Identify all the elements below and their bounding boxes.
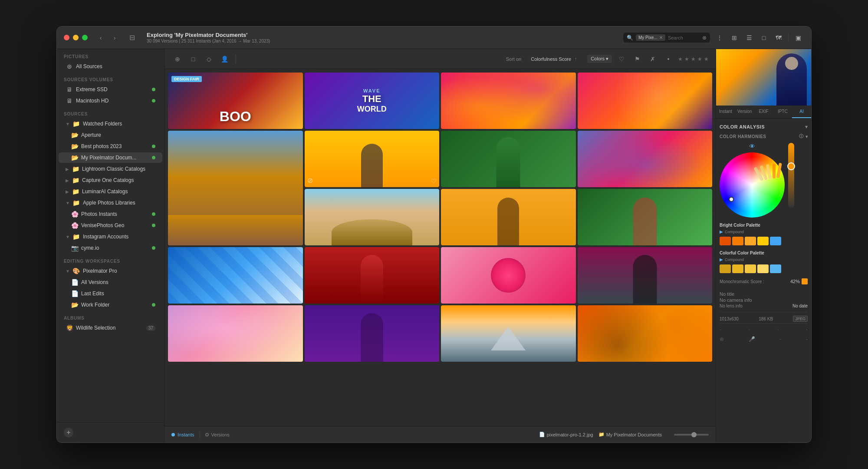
sidebar-item-aperture[interactable]: 📂 Aperture	[59, 130, 162, 140]
sidebar-item-capture-one[interactable]: ▶ 📁 Capture One Catalogs	[59, 175, 162, 185]
sidebar-item-instagram[interactable]: ▼ 📁 Instagram Accounts	[59, 231, 162, 242]
colorful-swatch-4[interactable]	[757, 264, 769, 273]
sidebar-item-best-photos[interactable]: 📂 Best photos 2023	[59, 141, 162, 152]
sort-arrows-icon[interactable]: ↑	[575, 56, 577, 61]
grid-view-icon[interactable]: ⊞	[728, 32, 740, 44]
eye-icon[interactable]: 👁	[749, 143, 755, 150]
photo-cell-desert[interactable]	[168, 131, 303, 245]
instants-tab[interactable]: Instants	[171, 432, 194, 437]
fullscreen-button[interactable]	[82, 35, 88, 40]
color-wheel[interactable]	[720, 152, 785, 218]
photo-cell-4[interactable]	[578, 73, 713, 129]
sidebar-item-venise-geo[interactable]: 🌸 VenisePhotos Geo	[59, 220, 162, 231]
sidebar-item-macintosh-hd[interactable]: 🖥 Macintosh HD	[59, 96, 162, 106]
square-icon[interactable]: □	[187, 53, 199, 65]
versions-tab[interactable]: Versions	[205, 432, 230, 437]
back-button[interactable]: ‹	[95, 33, 107, 43]
photo-cell-green-action[interactable]	[578, 189, 713, 245]
brightness-thumb[interactable]	[787, 162, 795, 170]
section-collapse-button[interactable]: ▾	[805, 124, 808, 130]
bright-swatch-3[interactable]	[745, 237, 756, 245]
forward-button[interactable]: ›	[108, 33, 121, 43]
harmonies-info-icon[interactable]: ⓘ	[799, 133, 804, 139]
sidebar-item-extreme-ssd[interactable]: 🖥 Extreme SSD	[59, 84, 162, 95]
sidebar-item-lightroom[interactable]: ▶ 📁 Lightroom Classic Catalogs	[59, 164, 162, 174]
photo-cell-dark-woman[interactable]	[578, 247, 713, 304]
sidebar-item-wildlife[interactable]: 🦁 Wildlife Selection 37	[59, 323, 162, 333]
sidebar-item-pixelmator[interactable]: ▼ 🎨 Pixelmator Pro	[59, 266, 162, 276]
map-view-icon[interactable]: 🗺	[773, 32, 785, 44]
photo-cell-2[interactable]: WAVE THE WORLD	[305, 73, 440, 129]
compare-view-icon[interactable]: □	[758, 32, 770, 44]
person-icon[interactable]: 👤	[218, 53, 230, 65]
sidebar-item-all-versions[interactable]: 📄 All Versions	[59, 277, 162, 287]
heart-icon[interactable]: ♡	[615, 53, 628, 65]
tab-iptc[interactable]: IPTC	[773, 106, 792, 118]
colorful-swatch-3[interactable]	[745, 264, 756, 273]
footer-icon-mic[interactable]: 🎤	[749, 336, 755, 342]
sidebar-item-last-edits[interactable]: 📄 Last Edits	[59, 288, 162, 299]
tab-version[interactable]: Version	[735, 106, 754, 118]
inspector-toggle-icon[interactable]: ▣	[792, 32, 804, 44]
sidebar-item-apple-photos[interactable]: ▼ 📁 Apple Photos Libraries	[59, 198, 162, 208]
bright-swatch-5[interactable]	[770, 237, 781, 245]
search-bar[interactable]: 🔍 My Pixe... ✕ Search ⊗	[623, 33, 710, 43]
photo-cell-green-woman[interactable]	[441, 131, 576, 187]
zoom-slider[interactable]	[674, 434, 709, 436]
colors-filter-button[interactable]: Colors ▾	[587, 55, 612, 63]
star-1[interactable]: ★	[678, 56, 683, 62]
search-clear-button[interactable]: ⊗	[702, 35, 707, 41]
photo-cell-1[interactable]: DESIGN FAIR BOO	[168, 73, 303, 129]
colorful-swatch-1[interactable]	[720, 264, 731, 273]
tab-instant[interactable]: Instant	[716, 106, 735, 118]
sidebar-item-cyme[interactable]: 📷 cyme.io	[59, 243, 162, 253]
star-5[interactable]: ★	[704, 56, 709, 62]
photo-heart-yellow[interactable]: ♡	[431, 178, 437, 185]
sidebar-toggle-button[interactable]: ⊟	[126, 33, 138, 43]
tag-icon[interactable]: ◇	[203, 53, 215, 65]
colorful-swatch-2[interactable]	[732, 264, 743, 273]
photo-cell-mountain[interactable]	[441, 305, 576, 362]
bright-swatch-2[interactable]	[732, 237, 743, 245]
photo-cell-yellow-man[interactable]: ⊘ ♡	[305, 131, 440, 187]
footer-icon-1[interactable]: ⊕	[720, 336, 724, 342]
photo-cell-blue-pattern[interactable]	[168, 247, 303, 304]
list-view-icon[interactable]: ☰	[743, 32, 755, 44]
sort-field[interactable]: Colorfulness Score	[531, 56, 571, 62]
search-tag-close[interactable]: ✕	[659, 35, 663, 40]
brightness-slider[interactable]	[788, 143, 794, 208]
colorful-play-icon[interactable]: ▶	[720, 257, 723, 262]
colorful-swatch-5[interactable]	[770, 264, 781, 273]
photo-cell-autumn[interactable]	[578, 305, 713, 362]
search-tag[interactable]: My Pixe... ✕	[636, 34, 665, 41]
photo-cell-purple-woman[interactable]	[305, 305, 440, 362]
star-3[interactable]: ★	[691, 56, 696, 62]
bright-play-icon[interactable]: ▶	[720, 229, 723, 234]
filter-icon[interactable]: ⋮	[713, 32, 726, 44]
photo-cell-pink-flower[interactable]	[441, 247, 576, 304]
tab-ai[interactable]: AI	[792, 106, 811, 118]
add-source-button[interactable]: +	[64, 428, 73, 437]
reject-icon[interactable]: ✗	[647, 53, 659, 65]
label-dot-icon[interactable]: •	[662, 53, 674, 65]
close-button[interactable]	[64, 35, 69, 40]
sidebar-item-work-folder[interactable]: 📂 Work Folder	[59, 300, 162, 310]
tab-exif[interactable]: EXIF	[754, 106, 773, 118]
connect-icon[interactable]: ⊕	[171, 53, 184, 65]
photo-cell-red-woman[interactable]	[305, 247, 440, 304]
photo-cell-rocks[interactable]	[305, 189, 440, 245]
sidebar-item-photos-instants[interactable]: 🌸 Photos Instants	[59, 209, 162, 219]
bright-swatch-1[interactable]	[720, 237, 731, 245]
harmonies-expand-icon[interactable]: ▾	[806, 134, 808, 139]
bright-swatch-4[interactable]	[757, 237, 769, 245]
photo-cell-3[interactable]	[441, 73, 576, 129]
photo-cell-gradient[interactable]	[168, 305, 303, 362]
minimize-button[interactable]	[73, 35, 79, 40]
sidebar-item-luminarai[interactable]: ▶ 📁 LuminarAI Catalogs	[59, 186, 162, 197]
photo-cell-3d[interactable]	[578, 131, 713, 187]
sidebar-item-watched-folders[interactable]: ▼ 📁 Watched Folders	[59, 119, 162, 129]
star-4[interactable]: ★	[697, 56, 702, 62]
sidebar-item-my-pixelmator[interactable]: 📂 My Pixelmator Docum...	[59, 152, 162, 163]
star-2[interactable]: ★	[684, 56, 689, 62]
sidebar-item-all-sources[interactable]: ⊛ All Sources	[59, 61, 162, 72]
